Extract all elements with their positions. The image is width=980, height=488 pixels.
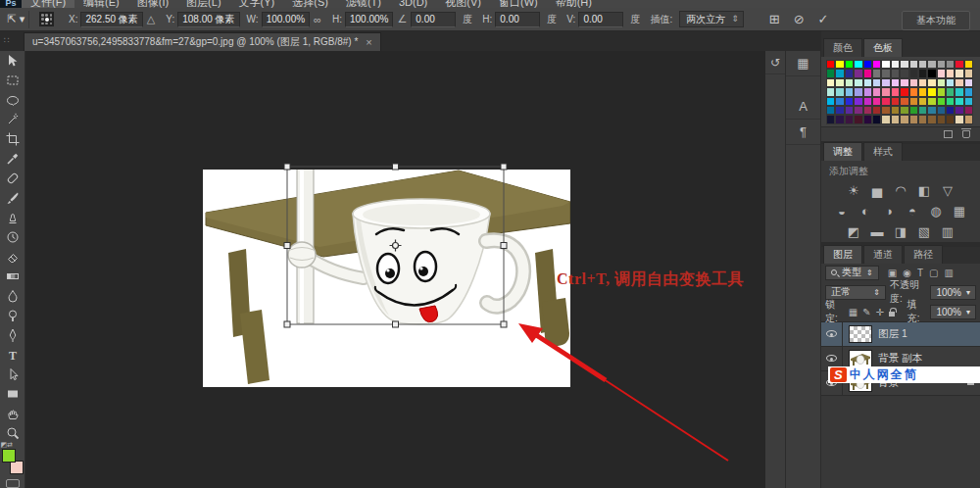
color-swatch-44[interactable] xyxy=(937,78,946,87)
color-swatch-39[interactable] xyxy=(891,78,900,87)
color-swatch-94[interactable] xyxy=(955,106,963,115)
reference-point-locator[interactable] xyxy=(39,12,54,26)
color-swatch-45[interactable] xyxy=(946,78,955,87)
warp-mode-toggle[interactable]: ⊞ xyxy=(769,12,780,26)
color-swatch-0[interactable] xyxy=(826,60,835,69)
color-swatch-98[interactable] xyxy=(845,115,854,123)
color-swatch-33[interactable] xyxy=(835,78,844,87)
color-swatch-25[interactable] xyxy=(909,69,918,77)
adjustment-icon-2-3[interactable]: ▧ xyxy=(917,224,932,239)
color-swatch-28[interactable] xyxy=(937,69,946,77)
menu-item-6[interactable]: 滤镜(T) xyxy=(337,0,390,8)
color-swatch-78[interactable] xyxy=(955,97,963,106)
color-swatch-67[interactable] xyxy=(854,97,862,106)
visibility-toggle[interactable] xyxy=(821,322,843,346)
layer-thumbnail[interactable] xyxy=(849,350,872,367)
color-swatch-1[interactable] xyxy=(835,60,844,69)
color-swatch-42[interactable] xyxy=(918,78,927,87)
color-swatch-83[interactable] xyxy=(854,106,862,115)
layer-thumbnail[interactable] xyxy=(849,325,872,343)
color-swatch-93[interactable] xyxy=(946,106,955,115)
color-swatch-6[interactable] xyxy=(881,60,890,69)
adjustment-icon-0-1[interactable]: ▅ xyxy=(870,183,885,198)
color-swatch-61[interactable] xyxy=(946,87,955,96)
color-swatch-68[interactable] xyxy=(863,97,872,106)
color-swatch-5[interactable] xyxy=(872,60,881,69)
paragraph-panel-icon[interactable]: ¶ xyxy=(786,120,820,145)
color-swatch-109[interactable] xyxy=(946,115,955,123)
lock-all-icon[interactable] xyxy=(889,312,895,317)
commit-transform-button[interactable]: ✓ xyxy=(818,12,829,26)
marquee-tool[interactable] xyxy=(1,71,24,90)
quick-mask-icon[interactable] xyxy=(6,479,20,488)
color-swatch-36[interactable] xyxy=(863,78,872,87)
layer-filter-icon-0[interactable]: ▣ xyxy=(888,268,897,278)
color-swatch-104[interactable] xyxy=(900,115,908,123)
adjustment-icon-1-2[interactable]: ◑ xyxy=(882,204,897,219)
color-swatch-97[interactable] xyxy=(835,115,844,123)
move-tool[interactable] xyxy=(1,51,24,71)
color-swatch-56[interactable] xyxy=(900,87,908,96)
color-swatch-66[interactable] xyxy=(845,97,854,106)
type-tool[interactable]: T xyxy=(1,345,24,365)
opacity-field[interactable]: 100% ▾ xyxy=(930,285,976,300)
color-swatch-65[interactable] xyxy=(835,97,844,106)
color-swatch-99[interactable] xyxy=(854,115,862,123)
cancel-transform-button[interactable]: ⊘ xyxy=(794,12,805,26)
color-swatch-43[interactable] xyxy=(927,78,936,87)
blur-tool[interactable] xyxy=(1,286,24,306)
color-swatch-110[interactable] xyxy=(955,115,963,123)
shape-tool[interactable] xyxy=(1,384,24,404)
adjustment-icon-1-0[interactable]: ◒ xyxy=(835,204,850,219)
menu-item-4[interactable]: 文字(Y) xyxy=(230,0,284,8)
lock-icon-2[interactable]: ✛ xyxy=(876,307,884,317)
color-swatch-96[interactable] xyxy=(826,115,835,123)
color-swatch-74[interactable] xyxy=(918,97,927,106)
color-swatch-41[interactable] xyxy=(909,78,918,87)
path-select-tool[interactable] xyxy=(1,365,24,384)
color-swatch-46[interactable] xyxy=(955,78,963,87)
fill-field[interactable]: 100% ▾ xyxy=(930,305,976,319)
adjustment-icon-2-2[interactable]: ◨ xyxy=(894,224,908,239)
color-swatch-49[interactable] xyxy=(835,87,844,96)
color-swatch-38[interactable] xyxy=(881,78,890,87)
color-swatch-35[interactable] xyxy=(854,78,862,87)
color-swatch-9[interactable] xyxy=(909,60,918,69)
swatch-grid-panel-icon[interactable]: ▦ xyxy=(786,51,820,76)
tool-preset-picker[interactable]: ⇱ ▾ xyxy=(4,11,29,28)
color-swatch-57[interactable] xyxy=(909,87,918,96)
color-swatch-100[interactable] xyxy=(863,115,872,123)
color-swatch-7[interactable] xyxy=(891,60,900,69)
adjustment-icon-2-1[interactable]: ▬ xyxy=(870,224,885,239)
menu-item-2[interactable]: 图像(I) xyxy=(128,0,177,8)
color-swatch-51[interactable] xyxy=(854,87,862,96)
color-swatch-14[interactable] xyxy=(955,60,963,69)
pen-tool[interactable] xyxy=(1,325,24,345)
foreground-color-swatch[interactable] xyxy=(2,449,16,463)
menu-item-8[interactable]: 视图(V) xyxy=(436,0,490,8)
color-swatch-77[interactable] xyxy=(946,97,955,106)
adjustment-icon-2-4[interactable]: ▥ xyxy=(941,224,956,239)
color-swatch-2[interactable] xyxy=(845,60,854,69)
color-swatch-101[interactable] xyxy=(872,115,881,123)
color-swatch-82[interactable] xyxy=(845,106,854,115)
character-panel-icon[interactable]: A xyxy=(786,94,820,120)
color-swatch-55[interactable] xyxy=(891,87,900,96)
color-swatch-3[interactable] xyxy=(854,60,862,69)
lasso-tool[interactable] xyxy=(1,90,24,110)
menu-item-9[interactable]: 窗口(W) xyxy=(490,0,547,8)
quick-select-tool[interactable] xyxy=(1,110,24,129)
color-swatch-64[interactable] xyxy=(826,97,835,106)
history-panel-icon[interactable]: ↺ xyxy=(765,51,785,74)
layer-filter-icon-2[interactable]: T xyxy=(917,268,923,278)
menu-item-1[interactable]: 编辑(E) xyxy=(74,0,128,8)
color-swatch-69[interactable] xyxy=(872,97,881,106)
color-swatch-86[interactable] xyxy=(881,106,890,115)
menu-item-7[interactable]: 3D(D) xyxy=(390,0,436,8)
adjustment-icon-1-5[interactable]: ▦ xyxy=(953,204,967,219)
color-swatch-8[interactable] xyxy=(900,60,908,69)
color-swatch-13[interactable] xyxy=(946,60,955,69)
hskew-field[interactable]: 0.00 xyxy=(495,12,540,27)
color-swatch-70[interactable] xyxy=(881,97,890,106)
color-swatch-47[interactable] xyxy=(964,78,973,87)
